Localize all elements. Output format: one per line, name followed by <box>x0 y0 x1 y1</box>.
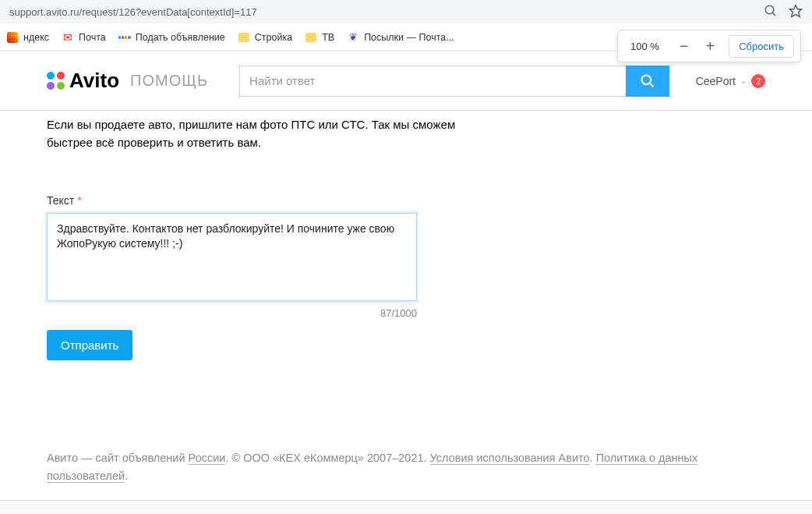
svg-point-0 <box>765 5 774 14</box>
bookmark-ads[interactable]: Подать объявление <box>118 31 225 44</box>
submit-button[interactable]: Отправить <box>47 330 132 360</box>
svg-line-4 <box>650 83 653 87</box>
footer-link-terms[interactable]: Условия использования Авито <box>430 452 590 465</box>
bookmark-label: Почта <box>79 32 106 43</box>
user-name: CeePort <box>696 75 736 87</box>
folder-icon <box>305 31 317 44</box>
logo-brand-text: Avito <box>69 69 119 93</box>
bookmark-label: Посылки — Почта... <box>364 32 454 43</box>
zoom-out-button[interactable]: − <box>676 37 692 55</box>
zoom-indicator-icon[interactable] <box>764 4 778 20</box>
avito-logo[interactable]: Avito ПОМОЩЬ <box>47 69 208 93</box>
bookmark-label: Стройка <box>255 32 292 43</box>
search-button[interactable] <box>626 66 669 97</box>
message-textarea[interactable] <box>47 213 417 301</box>
chevron-down-icon: ⌄ <box>740 76 747 85</box>
url-text[interactable]: support.avito.ru/request/126?eventData[c… <box>9 6 764 18</box>
zoom-level: 100 % <box>624 41 665 52</box>
footer-link-russia[interactable]: России <box>189 452 226 465</box>
status-bar <box>0 500 812 514</box>
mail-icon: ✉ <box>62 31 74 44</box>
yandex-icon <box>6 31 19 44</box>
user-menu[interactable]: CeePort ⌄ 2 <box>696 74 765 88</box>
search-box <box>239 66 669 97</box>
zoom-widget: 100 % − + Сбросить <box>617 30 801 62</box>
bookmark-label: ндекс <box>23 32 49 43</box>
main-content: Если вы продаете авто, пришлите нам фото… <box>0 111 545 385</box>
svg-line-1 <box>772 12 775 16</box>
search-icon <box>640 73 655 89</box>
avito-dots-icon <box>118 31 131 44</box>
browser-url-bar: support.avito.ru/request/126?eventData[c… <box>0 0 812 23</box>
svg-point-3 <box>642 75 651 84</box>
bookmark-label: Подать объявление <box>136 32 225 43</box>
bookmark-tv[interactable]: ТВ <box>305 31 334 44</box>
svg-marker-2 <box>790 5 802 16</box>
notification-badge: 2 <box>751 74 765 88</box>
star-icon[interactable] <box>789 4 803 20</box>
bookmark-build[interactable]: Стройка <box>238 31 292 44</box>
search-input[interactable] <box>239 66 626 97</box>
zoom-reset-button[interactable]: Сбросить <box>729 35 794 58</box>
bookmark-yandex[interactable]: ндекс <box>6 31 49 44</box>
footer: Авито — сайт объявлений России. © ООО «К… <box>0 449 812 487</box>
bookmark-parcels[interactable]: ❦ Посылки — Почта... <box>347 31 454 44</box>
textarea-label: Текст* <box>47 194 499 207</box>
zoom-in-button[interactable]: + <box>703 37 718 55</box>
eagle-icon: ❦ <box>347 31 359 44</box>
char-counter: 87/1000 <box>47 307 417 319</box>
required-mark: * <box>77 194 81 207</box>
folder-icon <box>238 31 250 44</box>
logo-subtitle: ПОМОЩЬ <box>130 72 208 90</box>
logo-dots-icon <box>47 72 65 90</box>
form-description: Если вы продаете авто, пришлите нам фото… <box>47 115 499 152</box>
bookmark-mail[interactable]: ✉ Почта <box>62 31 106 44</box>
bookmark-label: ТВ <box>322 32 334 43</box>
